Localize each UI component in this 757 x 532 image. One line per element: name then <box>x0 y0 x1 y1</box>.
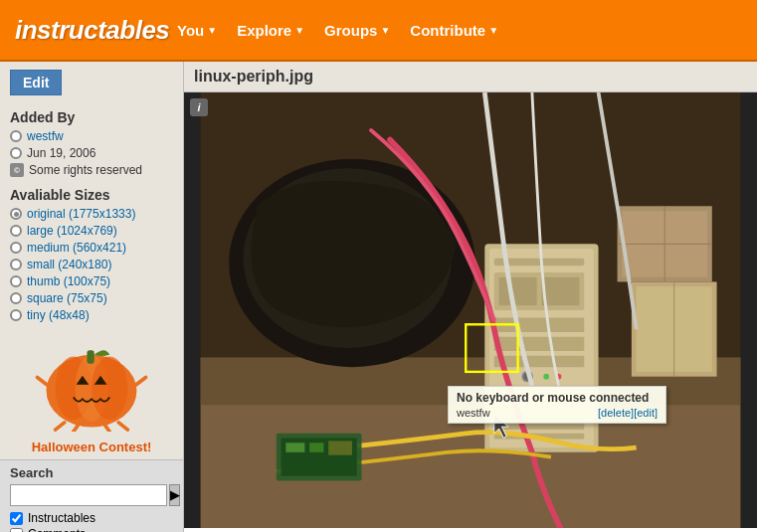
svg-point-12 <box>92 357 127 421</box>
date-text: Jun 19, 2006 <box>27 146 95 160</box>
explore-arrow: ▼ <box>294 25 304 36</box>
size-original-link[interactable]: original (1775x1333) <box>27 207 135 221</box>
date-icon <box>10 147 22 159</box>
size-large[interactable]: large (1024x769) <box>10 224 173 238</box>
svg-line-21 <box>134 377 146 386</box>
search-row: ▶ <box>10 484 173 506</box>
search-label: Search <box>10 465 173 480</box>
delete-link[interactable]: [delete] <box>598 407 634 419</box>
size-large-radio[interactable] <box>10 225 22 237</box>
main-layout: Edit Added By westfw Jun 19, 2006 © Some… <box>0 62 757 532</box>
photo-image <box>184 92 757 528</box>
size-tiny[interactable]: tiny (48x48) <box>10 308 173 322</box>
size-original[interactable]: original (1775x1333) <box>10 207 173 221</box>
svg-rect-34 <box>494 337 584 351</box>
nav-contribute[interactable]: Contribute ▼ <box>402 17 506 44</box>
pumpkin-illustration <box>27 332 156 432</box>
license-item: © Some rights reserved <box>10 163 173 177</box>
pumpkin-area: Halloween Contest! <box>0 327 183 459</box>
groups-arrow: ▼ <box>380 25 390 36</box>
header: instructables You ▼ Explore ▼ Groups ▼ C… <box>0 0 757 62</box>
image-area: i No keyboard or mouse connected westfw … <box>184 92 757 528</box>
size-square-link[interactable]: square (75x75) <box>27 291 107 305</box>
svg-rect-13 <box>87 350 94 364</box>
content-header: linux-periph.jpg <box>184 62 757 92</box>
nav-you[interactable]: You ▼ <box>169 17 225 44</box>
size-thumb-link[interactable]: thumb (100x75) <box>27 274 110 288</box>
svg-line-19 <box>118 423 127 430</box>
date-item: Jun 19, 2006 <box>10 146 173 160</box>
svg-line-17 <box>74 426 79 432</box>
svg-rect-53 <box>309 443 323 452</box>
size-thumb[interactable]: thumb (100x75) <box>10 274 173 288</box>
size-square[interactable]: square (75x75) <box>10 291 173 305</box>
size-medium-radio[interactable] <box>10 242 22 254</box>
filename-text: linux-periph.jpg <box>194 68 313 85</box>
svg-line-20 <box>37 377 49 386</box>
added-by-title: Added By <box>10 109 173 125</box>
you-arrow: ▼ <box>207 25 217 36</box>
sidebar: Edit Added By westfw Jun 19, 2006 © Some… <box>0 62 184 532</box>
size-large-link[interactable]: large (1024x769) <box>27 224 117 238</box>
comments-checkbox[interactable] <box>10 528 23 533</box>
size-small[interactable]: small (240x180) <box>10 258 173 271</box>
size-tiny-link[interactable]: tiny (48x48) <box>27 308 90 322</box>
main-nav: You ▼ Explore ▼ Groups ▼ Contribute ▼ <box>169 17 506 44</box>
svg-point-38 <box>543 374 549 380</box>
svg-rect-35 <box>494 356 584 367</box>
size-thumb-radio[interactable] <box>10 275 22 287</box>
size-small-radio[interactable] <box>10 259 22 270</box>
instructables-label: Instructables <box>28 511 95 525</box>
instructables-checkbox[interactable] <box>10 512 23 525</box>
size-original-radio[interactable] <box>10 208 22 220</box>
cc-icon: © <box>10 163 24 177</box>
size-medium[interactable]: medium (560x421) <box>10 241 173 255</box>
instructables-checkbox-row: Instructables <box>10 511 173 525</box>
comments-checkbox-row: Comments <box>10 527 173 532</box>
svg-rect-54 <box>328 441 352 454</box>
search-button[interactable]: ▶ <box>169 484 180 506</box>
tooltip-actions: westfw [delete][edit] <box>457 407 658 419</box>
search-area: Search ▶ Instructables Comments <box>0 459 183 532</box>
tooltip-links: [delete][edit] <box>598 407 658 419</box>
edit-button[interactable]: Edit <box>10 70 62 95</box>
sidebar-content: Added By westfw Jun 19, 2006 © Some righ… <box>0 109 183 322</box>
tooltip-user: westfw <box>457 407 490 419</box>
user-icon <box>10 130 22 142</box>
info-badge[interactable]: i <box>190 98 208 116</box>
logo-area: instructables <box>10 0 159 60</box>
content-area: linux-periph.jpg <box>184 62 757 532</box>
contribute-arrow: ▼ <box>488 25 498 36</box>
comments-label: Comments <box>28 527 86 532</box>
size-small-link[interactable]: small (240x180) <box>27 258 111 271</box>
user-link[interactable]: westfw <box>27 129 64 143</box>
license-text: Some rights reserved <box>29 163 142 177</box>
sizes-title: Avaliable Sizes <box>10 187 173 203</box>
annotation-tooltip: No keyboard or mouse connected westfw [d… <box>448 386 666 424</box>
halloween-contest-text[interactable]: Halloween Contest! <box>5 440 178 454</box>
size-tiny-radio[interactable] <box>10 309 22 321</box>
nav-groups[interactable]: Groups ▼ <box>316 17 398 44</box>
size-square-radio[interactable] <box>10 292 22 304</box>
svg-rect-32 <box>541 277 579 306</box>
edit-link[interactable]: [edit] <box>634 407 658 419</box>
svg-rect-52 <box>285 443 304 452</box>
nav-explore[interactable]: Explore ▼ <box>229 17 312 44</box>
svg-line-18 <box>105 426 110 432</box>
svg-rect-31 <box>499 277 537 306</box>
svg-line-16 <box>56 423 65 430</box>
tooltip-title: No keyboard or mouse connected <box>457 391 658 405</box>
size-medium-link[interactable]: medium (560x421) <box>27 241 126 255</box>
user-item: westfw <box>10 129 173 143</box>
logo-text: instructables <box>15 15 169 46</box>
search-input[interactable] <box>10 484 167 506</box>
